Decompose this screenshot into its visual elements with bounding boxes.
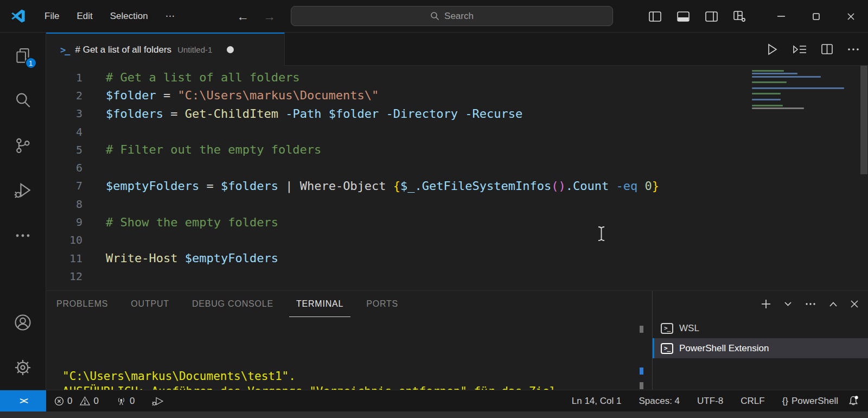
maximize-panel-icon[interactable] xyxy=(829,302,837,307)
editor-scrollbar[interactable] xyxy=(860,66,868,290)
run-file-button[interactable] xyxy=(767,43,778,55)
ports-status[interactable]: 0 xyxy=(111,390,139,411)
code-line[interactable]: 12 xyxy=(46,267,868,285)
remote-indicator[interactable]: >< xyxy=(0,390,46,411)
line-number: 10 xyxy=(46,233,82,246)
encoding-setting[interactable]: UTF-8 xyxy=(692,390,728,411)
bottom-panel: PROBLEMS OUTPUT DEBUG CONSOLE TERMINAL P… xyxy=(46,290,868,390)
cursor-position[interactable]: Ln 14, Col 1 xyxy=(567,390,627,411)
editor-tab[interactable]: >_ # Get a list of all folders Untitled-… xyxy=(46,33,285,66)
terminal-line: "C:\Users\markus\Documents\test1". xyxy=(62,369,556,384)
warning-icon xyxy=(80,396,90,406)
menu-edit[interactable]: Edit xyxy=(69,8,99,24)
menu-file[interactable]: File xyxy=(37,8,66,24)
eol-setting[interactable]: CRLF xyxy=(736,390,769,411)
code-line[interactable]: 6 xyxy=(46,159,868,176)
terminal-tab-item[interactable]: PowerShell Extension xyxy=(653,338,868,358)
menu-selection[interactable]: Selection xyxy=(103,8,155,24)
terminal-icon xyxy=(661,343,673,354)
ruler-marker xyxy=(640,368,643,375)
maximize-button[interactable] xyxy=(799,0,833,33)
code-line[interactable]: 9 # Show the empty folders xyxy=(46,213,868,231)
run-and-debug-icon[interactable] xyxy=(0,168,46,213)
toggle-primary-sidebar-icon[interactable] xyxy=(647,9,663,24)
language-mode[interactable]: {} PowerShell xyxy=(777,390,843,411)
toggle-secondary-sidebar-icon[interactable] xyxy=(703,9,720,24)
editor-tab-bar: >_ # Get a list of all folders Untitled-… xyxy=(46,33,868,66)
code-line[interactable]: 3 $folders = Get-ChildItem -Path $folder… xyxy=(46,105,868,123)
vscode-logo-icon xyxy=(11,9,25,23)
terminal-overview-ruler xyxy=(640,291,644,390)
back-arrow-icon[interactable]: ← xyxy=(237,9,249,24)
minimize-button[interactable] xyxy=(764,0,799,33)
code-line[interactable]: 8 xyxy=(46,195,868,213)
terminal-tab-item[interactable]: WSL xyxy=(653,318,868,338)
search-icon xyxy=(430,11,439,21)
unsaved-changes-dot[interactable] xyxy=(227,46,234,53)
panel-more-actions-button[interactable] xyxy=(805,302,816,306)
editor-more-actions-button[interactable] xyxy=(847,48,859,51)
more-views-icon[interactable] xyxy=(0,213,46,258)
code-line[interactable]: 5 # Filter out the empty folders xyxy=(46,141,868,159)
braces-icon: {} xyxy=(782,396,788,407)
line-number: 5 xyxy=(46,143,82,156)
activity-bar: 1 xyxy=(0,33,46,390)
close-panel-icon[interactable] xyxy=(851,300,858,308)
minimap[interactable] xyxy=(752,70,838,110)
line-number: 7 xyxy=(46,179,82,192)
forward-arrow-icon[interactable]: → xyxy=(263,9,276,24)
menu-bar: File Edit Selection ⋯ xyxy=(37,8,182,24)
line-number: 12 xyxy=(46,270,82,283)
minimap-line xyxy=(752,70,784,72)
panel-tab[interactable]: OUTPUT xyxy=(124,291,176,317)
code-line[interactable]: 1 # Get a list of all folders xyxy=(46,68,868,86)
terminal-profile-dropdown-icon[interactable] xyxy=(784,302,792,306)
notifications-bell[interactable] xyxy=(843,390,864,411)
customize-layout-icon[interactable] xyxy=(731,9,748,24)
source-control-icon[interactable] xyxy=(0,123,46,168)
problems-status[interactable]: 0 0 xyxy=(49,390,104,411)
split-editor-button[interactable] xyxy=(821,44,833,54)
line-number: 8 xyxy=(46,198,82,211)
account-icon[interactable] xyxy=(0,300,46,345)
explorer-icon[interactable]: 1 xyxy=(0,33,46,78)
code-line[interactable]: 2 $folder = "C:\Users\markus\Documents\" xyxy=(46,86,868,104)
minimap-line xyxy=(752,105,783,106)
terminal-tabs-list: WSL PowerShell Extension xyxy=(653,318,868,390)
line-number: 2 xyxy=(46,89,82,102)
line-number: 4 xyxy=(46,125,82,138)
panel-tab[interactable]: PORTS xyxy=(359,291,405,317)
powershell-file-icon: >_ xyxy=(60,45,69,55)
ruler-marker xyxy=(640,382,643,389)
code-editor[interactable]: 1 # Get a list of all folders 2 $folder … xyxy=(46,66,868,290)
code-line[interactable]: 10 xyxy=(46,231,868,249)
minimap-line xyxy=(752,107,804,109)
explorer-badge: 1 xyxy=(25,57,37,69)
close-window-button[interactable] xyxy=(833,0,868,33)
indentation-setting[interactable]: Spaces: 4 xyxy=(634,390,685,411)
panel-tab[interactable]: PROBLEMS xyxy=(49,291,115,317)
line-number: 6 xyxy=(46,161,82,174)
code-line[interactable]: 7 $emptyFolders = $folders | Where-Objec… xyxy=(46,177,868,195)
toggle-panel-icon[interactable] xyxy=(675,9,692,24)
minimap-line xyxy=(752,87,844,89)
panel-tab-bar: PROBLEMS OUTPUT DEBUG CONSOLE TERMINAL P… xyxy=(46,291,868,317)
scrollbar-thumb[interactable] xyxy=(860,66,867,174)
search-sidebar-icon[interactable] xyxy=(0,78,46,123)
panel-tab[interactable]: DEBUG CONSOLE xyxy=(185,291,280,317)
code-area[interactable]: 1 # Get a list of all folders 2 $folder … xyxy=(46,68,868,286)
search-placeholder: Search xyxy=(444,11,474,22)
panel-tab[interactable]: TERMINAL xyxy=(289,291,350,317)
debug-status[interactable] xyxy=(147,390,169,411)
search-input[interactable]: Search xyxy=(291,6,613,26)
code-line[interactable]: 11 Write-Host $emptyFolders xyxy=(46,249,868,267)
minimap-line xyxy=(752,76,821,78)
line-number: 1 xyxy=(46,71,82,84)
new-terminal-button[interactable] xyxy=(761,299,771,309)
debug-alt-icon xyxy=(152,396,164,406)
settings-gear-icon[interactable] xyxy=(0,345,46,390)
run-selection-button[interactable] xyxy=(793,44,807,55)
code-line[interactable]: 4 xyxy=(46,123,868,141)
menu-more[interactable]: ⋯ xyxy=(158,8,182,24)
terminal-icon xyxy=(661,323,673,334)
